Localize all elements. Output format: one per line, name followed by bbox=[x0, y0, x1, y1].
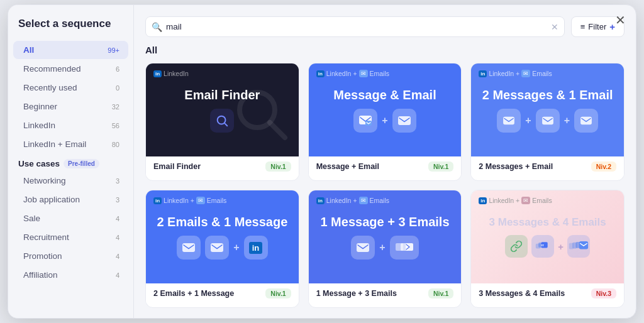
sidebar-item-all[interactable]: All 99+ bbox=[13, 41, 128, 59]
linkedin-icon: in bbox=[479, 70, 487, 77]
sidebar-badge-linkedin-email: 80 bbox=[112, 141, 119, 148]
card-title-3messages-4emails: 3 Messages & 4 Emails bbox=[489, 216, 606, 229]
sidebar-item-label: Sale bbox=[23, 214, 40, 223]
plus-sign-pink: + bbox=[558, 241, 564, 252]
svg-text:rr: rr bbox=[541, 243, 545, 247]
svg-rect-6 bbox=[398, 116, 411, 125]
sidebar-item-label: Beginner bbox=[23, 102, 57, 111]
message-icon-box-2 bbox=[536, 109, 560, 133]
card-source-1message-3emails: in LinkedIn + ✉ Emails bbox=[316, 197, 389, 204]
email-icon-box-2 bbox=[574, 109, 598, 133]
sidebar-item-label: Recommended bbox=[23, 64, 81, 74]
plus-sign: + bbox=[233, 242, 239, 253]
card-email-finder[interactable]: in LinkedIn Email Finder bbox=[145, 63, 299, 181]
email-icon: ✉ bbox=[521, 70, 530, 77]
sidebar-item-sale[interactable]: Sale 4 bbox=[13, 209, 128, 227]
sidebar-item-recruitment[interactable]: Recruitment 4 bbox=[13, 228, 128, 246]
plus-sign-2: + bbox=[564, 115, 570, 126]
sidebar-item-networking[interactable]: Networking 3 bbox=[13, 172, 128, 190]
sidebar-item-label: Affiliation bbox=[23, 270, 58, 280]
card-2messages-1email[interactable]: in LinkedIn + ✉ Emails 2 Messages & 1 Em… bbox=[470, 63, 625, 181]
svg-rect-11 bbox=[211, 243, 223, 252]
linkedin-icon: in bbox=[316, 70, 325, 77]
search-input[interactable] bbox=[145, 16, 565, 37]
use-cases-label: Use cases bbox=[18, 159, 60, 168]
card-icons-row: + + bbox=[497, 109, 598, 133]
linkedin-msg-icon: in bbox=[249, 242, 263, 254]
card-footer-1message-3emails: 1 Message + 3 Emails Niv.1 bbox=[309, 283, 462, 304]
close-button[interactable]: ✕ bbox=[615, 14, 626, 26]
card-name-label: 3 Messages & 4 Emails bbox=[479, 289, 565, 298]
card-source-email-finder: in LinkedIn bbox=[153, 70, 189, 77]
card-title-2emails-1message: 2 Emails & 1 Message bbox=[157, 214, 287, 229]
sidebar-item-linkedin-email[interactable]: LinkedIn + Email 80 bbox=[13, 135, 128, 153]
select-sequence-modal: Select a sequence All 99+ Recommended 6 … bbox=[8, 4, 636, 319]
sidebar-badge-affiliation: 4 bbox=[116, 271, 119, 279]
card-name-label: 2 Emails + 1 Message bbox=[153, 289, 234, 298]
sidebar-item-linkedin[interactable]: LinkedIn 56 bbox=[13, 116, 128, 134]
link-icon-box bbox=[505, 235, 528, 258]
emails-stack bbox=[390, 236, 419, 260]
sidebar-badge-recruitment: 4 bbox=[116, 234, 119, 241]
svg-rect-8 bbox=[542, 117, 553, 124]
card-title-email-finder: Email Finder bbox=[184, 87, 260, 102]
filter-label: Filter bbox=[588, 22, 606, 31]
sidebar-item-beginner[interactable]: Beginner 32 bbox=[13, 97, 128, 116]
card-visual-2emails-1message: in LinkedIn + ✉ Emails 2 Emails & 1 Mess… bbox=[146, 190, 299, 283]
sidebar-item-affiliation[interactable]: Affiliation 4 bbox=[13, 266, 128, 284]
sidebar-item-recommended[interactable]: Recommended 6 bbox=[13, 60, 128, 78]
search-icon: 🔍 bbox=[152, 22, 162, 32]
card-icons-row bbox=[210, 109, 234, 133]
emails-3-icon-box bbox=[390, 236, 419, 260]
plus-sign: + bbox=[379, 242, 385, 253]
card-source-3messages-4emails: in LinkedIn + ✉ Emails bbox=[479, 197, 552, 204]
search-box-icon bbox=[210, 109, 234, 133]
sidebar-badge-recommended: 6 bbox=[116, 65, 119, 73]
linkedin-icon: in bbox=[153, 70, 162, 77]
sidebar-title: Select a sequence bbox=[8, 18, 133, 40]
sidebar-item-job-application[interactable]: Job application 3 bbox=[13, 190, 128, 209]
sidebar-item-label: Promotion bbox=[23, 251, 62, 261]
email-icon: ✉ bbox=[359, 70, 368, 77]
card-footer-2messages-1email: 2 Messages + Email Niv.2 bbox=[471, 156, 624, 177]
main-header: 🔍 ✕ ≡ Filter + bbox=[145, 16, 625, 37]
search-clear-icon[interactable]: ✕ bbox=[551, 22, 558, 32]
card-1message-3emails[interactable]: in LinkedIn + ✉ Emails 1 Message + 3 Ema… bbox=[308, 190, 462, 308]
level-badge-3messages-4emails: Niv.3 bbox=[591, 288, 616, 298]
section-title: All bbox=[145, 45, 625, 55]
sidebar-item-promotion[interactable]: Promotion 4 bbox=[13, 247, 128, 265]
message-icon-box bbox=[351, 236, 375, 260]
card-2emails-1message[interactable]: in LinkedIn + ✉ Emails 2 Emails & 1 Mess… bbox=[145, 190, 299, 308]
search-wrapper: 🔍 ✕ bbox=[145, 16, 565, 37]
sidebar-badge-sale: 4 bbox=[116, 215, 119, 222]
card-source-2emails-1message: in LinkedIn + ✉ Emails bbox=[153, 197, 226, 204]
linkedin-icon: in bbox=[153, 197, 162, 204]
card-footer-email-finder: Email Finder Niv.1 bbox=[146, 156, 299, 177]
sidebar-item-label: Recently used bbox=[23, 83, 77, 92]
level-badge-1message-3emails: Niv.1 bbox=[428, 288, 453, 298]
sidebar-item-label: Networking bbox=[23, 176, 66, 185]
level-badge-2emails-1message: Niv.1 bbox=[265, 288, 291, 298]
filter-plus-icon: + bbox=[609, 21, 615, 32]
svg-line-1 bbox=[225, 123, 227, 126]
cards-grid: in LinkedIn Email Finder bbox=[145, 63, 625, 318]
svg-rect-10 bbox=[182, 243, 195, 252]
card-message-email[interactable]: in LinkedIn + ✉ Emails Message & Email bbox=[308, 63, 462, 181]
svg-rect-9 bbox=[580, 117, 592, 124]
main-content: 🔍 ✕ ≡ Filter + All in LinkedIn Email Fin… bbox=[134, 5, 636, 318]
sidebar-item-label: Job application bbox=[23, 195, 80, 204]
level-badge-email-finder: Niv.1 bbox=[265, 162, 291, 172]
sidebar-item-label: LinkedIn + Email bbox=[23, 140, 86, 149]
svg-rect-12 bbox=[357, 243, 369, 252]
level-badge-message-email: Niv.1 bbox=[428, 162, 453, 172]
emails4-icon-box bbox=[567, 235, 590, 258]
sidebar-badge-all: 99+ bbox=[108, 47, 119, 54]
sidebar: Select a sequence All 99+ Recommended 6 … bbox=[8, 5, 134, 318]
card-3messages-4emails[interactable]: in LinkedIn + ✉ Emails 3 Messages & 4 Em… bbox=[470, 190, 625, 308]
svg-rect-5 bbox=[365, 121, 372, 126]
sidebar-item-label: Recruitment bbox=[23, 233, 69, 242]
sidebar-badge-linkedin: 56 bbox=[112, 122, 119, 129]
sidebar-item-recently-used[interactable]: Recently used 0 bbox=[13, 79, 128, 97]
sidebar-badge-recently-used: 0 bbox=[116, 84, 119, 92]
card-title-2messages-1email: 2 Messages & 1 Email bbox=[482, 87, 613, 102]
